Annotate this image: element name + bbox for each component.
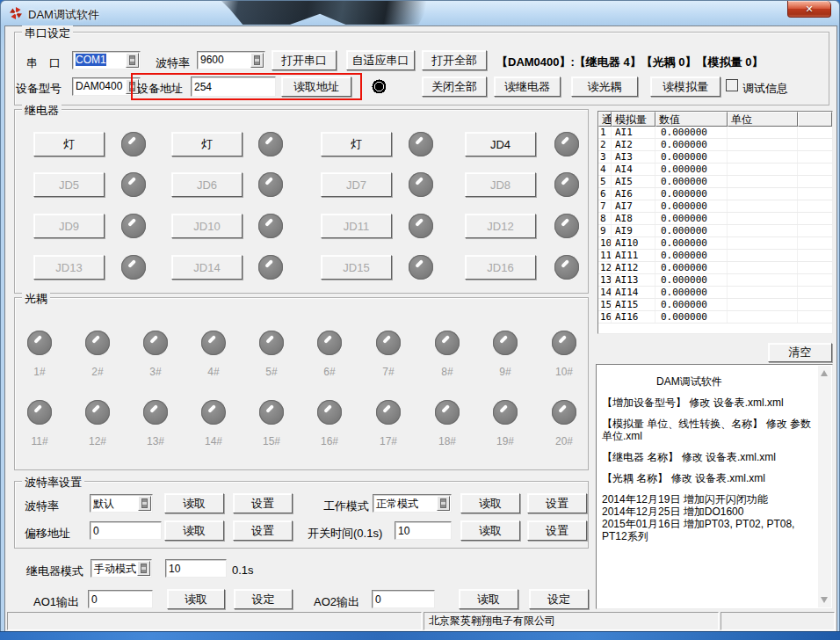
analog-cell	[798, 225, 832, 236]
relay-button-3[interactable]: 灯	[321, 132, 392, 156]
opto-led-20	[552, 400, 576, 425]
analog-row-7[interactable]: 7AI70.000000	[598, 200, 832, 213]
device-status-text: 【DAM0400】:【继电器 4】【光耦 0】【模拟量 0】	[496, 55, 763, 70]
read-relay-button[interactable]: 读继电器	[494, 76, 561, 97]
baud-combo-dropdown-icon[interactable]	[250, 53, 264, 68]
work-mode-set-button[interactable]: 设置	[527, 493, 587, 513]
offset-input[interactable]	[90, 521, 162, 540]
ao1-input[interactable]	[88, 590, 153, 608]
analog-cell	[728, 225, 798, 236]
analog-row-4[interactable]: 4AI40.000000	[598, 164, 832, 176]
analog-row-15[interactable]: 15AI150.000000	[598, 299, 832, 311]
model-combo[interactable]: DAM0400	[72, 77, 141, 96]
opto-label-20: 20#	[542, 435, 586, 447]
analog-row-3[interactable]: 3AI30.000000	[598, 151, 832, 164]
analog-row-16[interactable]: 16AI160.000000	[598, 311, 832, 324]
opto-grid: 1#2#3#4#5#6#7#8#9#10#11#12#13#14#15#16#1…	[14, 297, 589, 470]
relay-mode-combo[interactable]: 手动模式	[91, 559, 152, 578]
title-bar[interactable]: DAM调试软件 ✕	[1, 1, 839, 25]
open-all-button[interactable]: 打开全部	[422, 50, 487, 70]
analog-cell	[798, 200, 832, 212]
changelog-line-3: 2015年01月16日 增加PT03, PT02, PT08, PT12系列	[602, 518, 816, 542]
analog-cell: AI15	[612, 299, 655, 310]
baud-combo[interactable]: 9600	[197, 51, 265, 69]
analog-cell: 0.000000	[655, 311, 728, 323]
opto-led-6	[317, 331, 342, 355]
scroll-up-icon[interactable]	[821, 370, 828, 376]
header-analog[interactable]: 模拟量	[612, 112, 655, 127]
analog-row-14[interactable]: 14AI140.000000	[598, 287, 832, 299]
relay-button-1[interactable]: 灯	[33, 132, 105, 156]
switch-time-read-button[interactable]: 读取	[460, 520, 520, 541]
read-address-button[interactable]: 读取地址	[281, 76, 351, 97]
work-mode-combo[interactable]: 正常模式	[373, 494, 452, 513]
info-scrollbar[interactable]	[818, 366, 831, 607]
status-panel-company: 北京聚英翱翔电子有限公司	[424, 612, 719, 630]
port-combo[interactable]: COM1	[72, 51, 141, 69]
close-button[interactable]: ✕	[787, 1, 831, 18]
opto-label-4: 4#	[192, 366, 235, 378]
analog-cell: 3	[598, 151, 612, 163]
opto-led-7	[376, 331, 401, 355]
analog-row-9[interactable]: 9AI90.000000	[598, 225, 832, 237]
analog-row-10[interactable]: 10AI100.000000	[598, 237, 832, 250]
header-extra[interactable]	[798, 112, 832, 127]
adaptive-port-button[interactable]: 自适应串口	[346, 50, 415, 70]
debug-info-label[interactable]: 调试信息	[742, 81, 788, 97]
relay-button-4[interactable]: JD4	[465, 132, 536, 156]
ao1-label: AO1输出	[33, 594, 79, 610]
baud-setting-combo[interactable]: 默认	[90, 494, 153, 513]
open-port-button[interactable]: 打开串口	[272, 50, 337, 70]
analog-row-11[interactable]: 11AI110.000000	[598, 250, 832, 262]
opto-led-18	[435, 400, 460, 425]
ao2-set-button[interactable]: 设定	[529, 589, 589, 609]
ao2-read-button[interactable]: 读取	[459, 589, 518, 609]
baud-set-button[interactable]: 设置	[233, 493, 293, 513]
ao1-set-button[interactable]: 设定	[234, 589, 293, 609]
model-combo-value: DAM0400	[73, 78, 125, 95]
analog-row-1[interactable]: 1AI10.000000	[598, 127, 832, 139]
relay-mode-dropdown-icon[interactable]	[137, 561, 150, 576]
ao2-input[interactable]	[372, 590, 435, 608]
header-unit[interactable]: 单位	[728, 112, 798, 127]
analog-cell: 2	[598, 139, 612, 150]
clear-button[interactable]: 清空	[768, 343, 832, 362]
analog-row-8[interactable]: 8AI80.000000	[598, 213, 832, 225]
baud-read-button[interactable]: 读取	[164, 493, 224, 513]
analog-cell: 15	[598, 299, 612, 310]
info-paragraph-1: 【增加设备型号】 修改 设备表.xml.xml	[602, 396, 816, 409]
opto-led-4	[201, 331, 226, 355]
switch-time-set-button[interactable]: 设置	[527, 520, 587, 541]
header-channel[interactable]: 通	[598, 112, 612, 127]
analog-row-6[interactable]: 6AI60.000000	[598, 188, 832, 200]
opto-led-19	[493, 400, 518, 425]
analog-cell: 0.000000	[655, 299, 728, 310]
work-mode-dropdown-icon[interactable]	[437, 496, 450, 511]
read-opto-button[interactable]: 读光耦	[571, 76, 638, 97]
scroll-down-icon[interactable]	[821, 597, 828, 603]
header-value[interactable]: 数值	[655, 112, 728, 127]
work-mode-read-button[interactable]: 读取	[460, 493, 520, 513]
switch-time-input[interactable]	[395, 521, 452, 540]
port-combo-dropdown-icon[interactable]	[126, 53, 139, 68]
analog-row-12[interactable]: 12AI120.000000	[598, 262, 832, 274]
baud-setting-dropdown-icon[interactable]	[138, 496, 151, 511]
offset-set-button[interactable]: 设置	[233, 520, 293, 541]
analog-cell: 8	[598, 213, 612, 224]
relay-button-2[interactable]: 灯	[171, 132, 243, 156]
read-analog-button[interactable]: 读模拟量	[650, 76, 721, 97]
relay-button-8: JD8	[465, 172, 536, 197]
relay-led-5	[121, 172, 146, 197]
relay-button-11: JD11	[321, 214, 392, 238]
address-input[interactable]	[191, 76, 276, 97]
ao1-read-button[interactable]: 读取	[167, 589, 225, 609]
relay-button-12: JD12	[465, 214, 536, 238]
opto-label-1: 1#	[18, 366, 62, 378]
analog-row-2[interactable]: 2AI20.000000	[598, 139, 832, 151]
analog-row-5[interactable]: 5AI50.000000	[598, 176, 832, 188]
analog-cell: 0.000000	[655, 200, 728, 212]
close-all-button[interactable]: 关闭全部	[422, 76, 487, 97]
analog-row-13[interactable]: 13AI130.000000	[598, 274, 832, 287]
offset-read-button[interactable]: 读取	[164, 520, 224, 541]
relay-time-input[interactable]	[165, 559, 227, 578]
